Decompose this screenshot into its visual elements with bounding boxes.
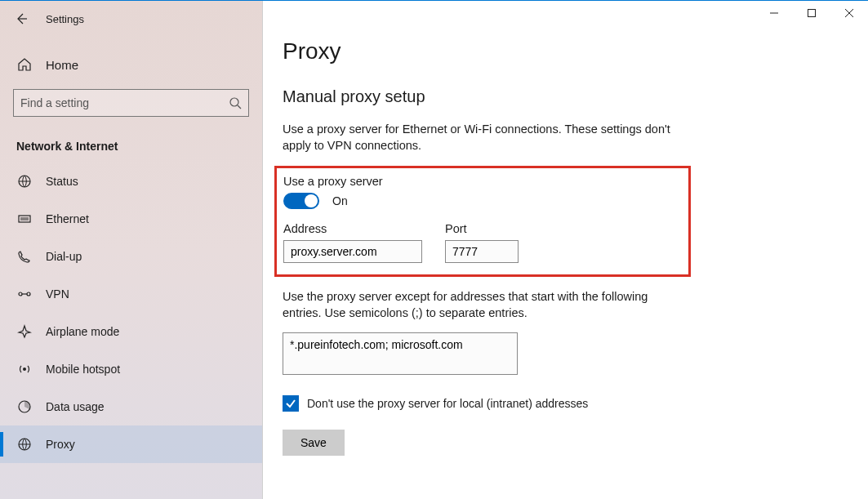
sidebar-item-hotspot[interactable]: Mobile hotspot <box>0 350 262 388</box>
use-proxy-toggle-row: On <box>283 193 682 209</box>
local-checkbox-row: Don't use the proxy server for local (in… <box>283 395 848 412</box>
app-title: Settings <box>46 13 84 25</box>
sidebar-item-datausage[interactable]: Data usage <box>0 388 262 425</box>
svg-point-3 <box>19 292 22 296</box>
phone-icon <box>16 249 33 264</box>
toggle-thumb-icon <box>305 194 318 207</box>
address-label: Address <box>283 222 422 235</box>
use-proxy-toggle[interactable] <box>283 193 319 209</box>
sidebar-item-label: Proxy <box>46 438 75 451</box>
sidebar-item-label: Mobile hotspot <box>46 363 120 376</box>
window-controls <box>755 1 868 25</box>
sidebar-item-label: Airplane mode <box>46 325 119 338</box>
globe-icon <box>16 174 33 189</box>
hotspot-icon <box>16 362 33 376</box>
sidebar: Settings Home Network & Internet Stat <box>0 1 263 499</box>
close-icon <box>845 9 853 17</box>
minimize-button[interactable] <box>755 1 793 25</box>
section-description: Use a proxy server for Ethernet or Wi-Fi… <box>283 121 674 154</box>
sidebar-item-status[interactable]: Status <box>0 163 262 200</box>
search-box[interactable] <box>13 89 249 117</box>
sidebar-item-dialup[interactable]: Dial-up <box>0 238 262 275</box>
sidebar-category: Network & Internet <box>0 125 262 163</box>
arrow-left-icon <box>15 12 28 25</box>
data-usage-icon <box>16 399 33 414</box>
local-checkbox-label: Don't use the proxy server for local (in… <box>307 397 588 410</box>
svg-point-5 <box>23 368 26 371</box>
sidebar-item-label: Ethernet <box>46 212 89 225</box>
maximize-button[interactable] <box>793 1 830 25</box>
close-button[interactable] <box>830 1 868 25</box>
exceptions-textarea[interactable] <box>283 332 518 375</box>
port-label: Port <box>445 222 519 235</box>
sidebar-item-ethernet[interactable]: Ethernet <box>0 200 262 238</box>
exceptions-label: Use the proxy server except for addresse… <box>283 288 674 322</box>
section-title: Manual proxy setup <box>283 87 848 106</box>
local-checkbox[interactable] <box>283 395 299 412</box>
svg-point-0 <box>230 98 238 106</box>
sidebar-item-label: VPN <box>46 287 69 301</box>
proxy-icon <box>16 437 33 452</box>
sidebar-header: Settings <box>0 1 262 37</box>
toggle-state-label: On <box>332 194 348 207</box>
back-button[interactable] <box>11 9 31 29</box>
home-icon <box>16 57 33 72</box>
minimize-icon <box>770 9 778 17</box>
sidebar-item-vpn[interactable]: VPN <box>0 275 262 313</box>
sidebar-item-label: Data usage <box>46 400 105 413</box>
save-button[interactable]: Save <box>283 430 345 456</box>
search-input[interactable] <box>20 96 229 109</box>
ethernet-icon <box>16 212 33 226</box>
svg-point-4 <box>27 292 30 296</box>
maximize-icon <box>808 9 816 17</box>
main-content: Proxy Manual proxy setup Use a proxy ser… <box>263 1 868 499</box>
search-icon <box>229 96 242 109</box>
sidebar-item-airplane[interactable]: Airplane mode <box>0 313 262 350</box>
vpn-icon <box>16 287 33 301</box>
svg-rect-8 <box>808 10 816 17</box>
sidebar-home[interactable]: Home <box>0 47 262 82</box>
address-input[interactable] <box>283 240 422 263</box>
use-proxy-label: Use a proxy server <box>283 175 682 188</box>
airplane-icon <box>16 324 33 339</box>
page-title: Proxy <box>283 38 848 65</box>
search-container <box>0 82 262 125</box>
sidebar-item-proxy[interactable]: Proxy <box>0 425 262 463</box>
sidebar-nav: Status Ethernet Dial-up VPN <box>0 163 262 463</box>
sidebar-item-label: Status <box>46 175 78 188</box>
check-icon <box>285 398 296 409</box>
sidebar-item-label: Dial-up <box>46 250 82 263</box>
port-input[interactable] <box>445 240 519 263</box>
proxy-highlight-box: Use a proxy server On Address Port <box>274 166 691 277</box>
home-label: Home <box>46 58 78 72</box>
